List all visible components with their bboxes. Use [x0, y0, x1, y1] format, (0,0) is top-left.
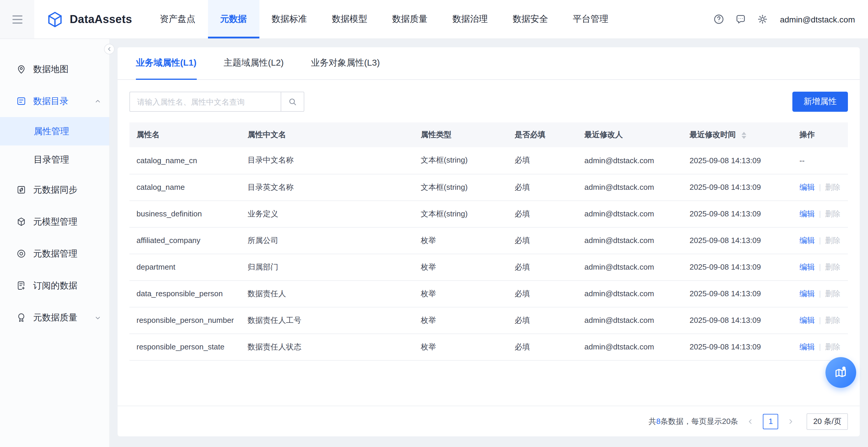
nav-item-7[interactable]: 数据安全: [500, 0, 560, 38]
data-map-icon: [16, 64, 27, 74]
cell-required: 必填: [507, 333, 577, 360]
sidebar-item-data-map[interactable]: 数据地图: [0, 53, 109, 85]
col-modified-at[interactable]: 最近修改时间: [682, 122, 793, 147]
brand[interactable]: DataAssets: [34, 0, 148, 38]
cell-modified-by: admin@dtstack.com: [577, 254, 682, 280]
col-modified-by: 最近修改人: [577, 122, 682, 147]
nav-item-8[interactable]: 平台管理: [560, 0, 621, 38]
nav-item-6[interactable]: 数据治理: [440, 0, 500, 38]
cell-name-cn: 目录中文名称: [241, 147, 414, 174]
cell-modified-at: 2025-09-08 14:13:09: [682, 307, 793, 333]
subscribed-data-icon: [16, 280, 27, 291]
search-button[interactable]: [281, 92, 304, 112]
cell-name-cn: 目录英文名称: [241, 174, 414, 201]
tab-business-object-l3[interactable]: 业务对象属性(L3): [311, 47, 380, 80]
sidebar-item-data-catalog[interactable]: 数据目录: [0, 85, 109, 117]
hamburger-icon: [12, 15, 22, 23]
cell-name-cn: 归属部门: [241, 254, 414, 280]
edit-link[interactable]: 编辑: [800, 236, 815, 244]
nav-item-3[interactable]: 数据标准: [259, 0, 319, 38]
edit-link[interactable]: 编辑: [800, 262, 815, 271]
sidebar-item-metadata-management[interactable]: 元数据管理: [0, 238, 109, 270]
cell-name-cn: 所属公司: [241, 227, 414, 254]
settings-gear-icon[interactable]: [757, 13, 769, 25]
col-actions: 操作: [793, 122, 848, 147]
delete-link[interactable]: 删除: [825, 316, 840, 324]
data-catalog-icon: [16, 96, 27, 107]
cell-modified-at: 2025-09-08 14:13:09: [682, 280, 793, 307]
edit-link[interactable]: 编辑: [800, 209, 815, 218]
cell-modified-at: 2025-09-08 14:13:09: [682, 201, 793, 227]
delete-link[interactable]: 删除: [825, 182, 840, 191]
cell-modified-at: 2025-09-08 14:13:09: [682, 227, 793, 254]
cell-type: 枚举: [414, 307, 507, 333]
tab-subject-domain-l2[interactable]: 主题域属性(L2): [224, 47, 284, 80]
cell-type: 枚举: [414, 333, 507, 360]
top-navbar: DataAssets 资产盘点元数据数据标准数据模型数据质量数据治理数据安全平台…: [0, 0, 868, 39]
sidebar-item-metamodel-management[interactable]: 元模型管理: [0, 206, 109, 238]
menu-toggle-button[interactable]: [0, 0, 34, 38]
nav-item-5[interactable]: 数据质量: [380, 0, 440, 38]
cell-actions: 编辑|删除: [793, 174, 848, 201]
sidebar-item-metadata-quality[interactable]: 元数据质量: [0, 302, 109, 333]
sidebar-subitem-label: 目录管理: [34, 154, 69, 165]
sidebar-item-attribute-management[interactable]: 属性管理: [0, 117, 109, 145]
table-body: catalog_name_cn目录中文名称文本框(string)必填admin@…: [129, 147, 848, 360]
cell-name-cn: 业务定义: [241, 201, 414, 227]
edit-link[interactable]: 编辑: [800, 316, 815, 324]
current-page[interactable]: 1: [763, 414, 778, 429]
cell-modified-at: 2025-09-08 14:13:09: [682, 333, 793, 360]
metadata-management-icon: [16, 248, 27, 259]
tab-business-domain-l1[interactable]: 业务域属性(L1): [136, 47, 196, 80]
prev-page-button[interactable]: [743, 414, 758, 429]
sidebar-item-label: 元数据同步: [33, 184, 78, 196]
cell-name-cn: 数据责任人: [241, 280, 414, 307]
nav-item-2[interactable]: 元数据: [208, 0, 259, 38]
brand-name: DataAssets: [70, 13, 132, 26]
table-row: department归属部门枚举必填admin@dtstack.com2025-…: [129, 254, 848, 280]
edit-link[interactable]: 编辑: [800, 289, 815, 298]
help-icon[interactable]: [713, 13, 725, 25]
edit-link[interactable]: 编辑: [800, 342, 815, 351]
chevron-up-icon: [95, 98, 101, 105]
toolbar: 新增属性: [118, 80, 860, 122]
sidebar-item-label: 数据目录: [33, 95, 68, 107]
table-row: business_definition业务定义文本框(string)必填admi…: [129, 201, 848, 227]
action-divider: |: [819, 289, 821, 298]
sort-icon[interactable]: [741, 131, 746, 139]
cell-name: catalog_name: [129, 174, 241, 201]
delete-link[interactable]: 删除: [825, 209, 840, 218]
add-attribute-button[interactable]: 新增属性: [793, 92, 848, 112]
cell-name: data_responsible_person: [129, 280, 241, 307]
sidebar-item-catalog-management[interactable]: 目录管理: [0, 145, 109, 174]
cell-type: 文本框(string): [414, 201, 507, 227]
floating-map-button[interactable]: [826, 357, 856, 388]
cell-type: 文本框(string): [414, 147, 507, 174]
delete-link[interactable]: 删除: [825, 342, 840, 351]
action-divider: |: [819, 316, 821, 324]
delete-link[interactable]: 删除: [825, 262, 840, 271]
nav-item-1[interactable]: 资产盘点: [148, 0, 208, 38]
user-email[interactable]: admin@dtstack.com: [780, 14, 855, 24]
content-card: 业务域属性(L1) 主题域属性(L2) 业务对象属性(L3) 新增属性: [118, 47, 860, 436]
cell-type: 枚举: [414, 254, 507, 280]
sidebar-item-label: 元模型管理: [33, 216, 78, 227]
cell-actions: 编辑|删除: [793, 307, 848, 333]
search-input[interactable]: [129, 92, 281, 112]
metamodel-icon: [16, 216, 27, 227]
edit-link[interactable]: 编辑: [800, 182, 815, 191]
sidebar-item-subscribed-data[interactable]: 订阅的数据: [0, 270, 109, 302]
nav-item-4[interactable]: 数据模型: [319, 0, 380, 38]
sidebar-item-metadata-sync[interactable]: 元数据同步: [0, 174, 109, 206]
message-icon[interactable]: [735, 13, 747, 25]
delete-link[interactable]: 删除: [825, 289, 840, 298]
next-page-button[interactable]: [783, 414, 799, 429]
cell-name-cn: 数据责任人状态: [241, 333, 414, 360]
sidebar-item-label: 元数据管理: [33, 248, 78, 259]
table-row: catalog_name_cn目录中文名称文本框(string)必填admin@…: [129, 147, 848, 174]
delete-link[interactable]: 删除: [825, 236, 840, 244]
cell-name: department: [129, 254, 241, 280]
col-modified-at-label: 最近修改时间: [689, 130, 736, 139]
page-size-select[interactable]: 20 条/页: [807, 413, 848, 429]
sidebar-collapse-button[interactable]: [104, 44, 115, 54]
